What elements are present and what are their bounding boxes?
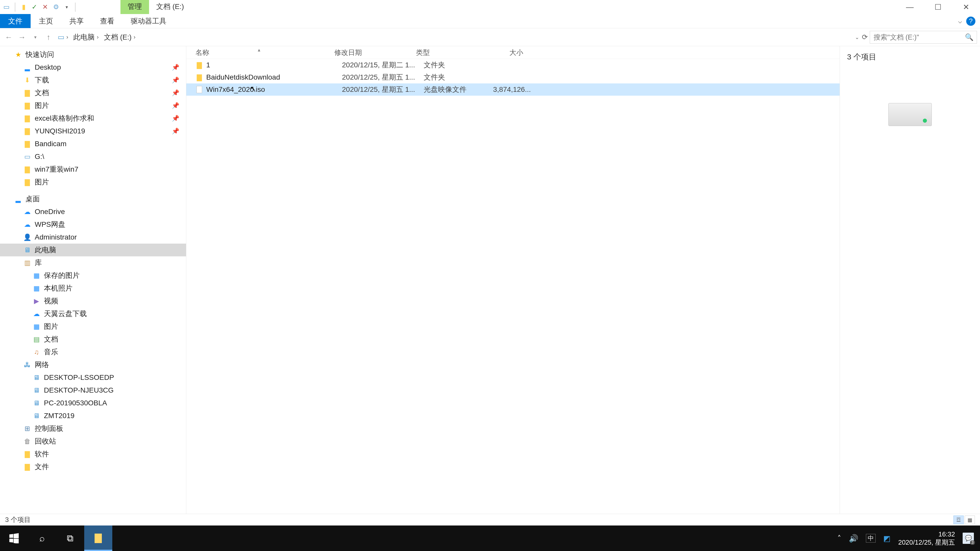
col-header-name[interactable]: 名称 <box>186 48 334 57</box>
nav-lib-item[interactable]: ♫音乐 <box>0 346 186 359</box>
pc-icon: 🖥 <box>33 412 40 420</box>
help-icon[interactable]: ? <box>966 17 975 26</box>
nav-control-panel[interactable]: ⊞控制面板 <box>0 422 186 435</box>
navigation-pane[interactable]: ★快速访问 ▂Desktop📌 ⬇下载📌 ▇文档📌 ▇图片📌 ▇excel表格制… <box>0 46 186 514</box>
nav-lib-item[interactable]: ▶视频 <box>0 295 186 307</box>
nav-qa-item[interactable]: ⬇下载📌 <box>0 74 186 86</box>
tab-share[interactable]: 共享 <box>61 14 92 28</box>
taskbar-explorer[interactable]: ▇ <box>84 526 112 551</box>
nav-libraries[interactable]: ▥库 <box>0 256 186 269</box>
tab-view[interactable]: 查看 <box>92 14 123 28</box>
drive-illustration <box>888 103 932 126</box>
sort-asc-icon[interactable]: ▴ <box>258 47 260 53</box>
start-button[interactable] <box>0 526 28 551</box>
nav-qa-item[interactable]: ▇YUNQISHI2019📌 <box>0 125 186 138</box>
nav-qa-item[interactable]: ▇文档📌 <box>0 86 186 99</box>
nav-quick-access[interactable]: ★快速访问 <box>0 48 186 61</box>
tray-chevron-up-icon[interactable]: ˄ <box>837 534 841 543</box>
view-details-button[interactable]: ☲ <box>953 516 964 524</box>
tab-file[interactable]: 文件 <box>0 14 30 28</box>
chevron-right-icon[interactable]: › <box>132 34 138 41</box>
qat-dropdown-icon[interactable]: ▾ <box>63 3 70 11</box>
nav-onedrive[interactable]: ☁OneDrive <box>0 205 186 218</box>
picture-icon: ▦ <box>33 272 40 279</box>
nav-up-button[interactable]: ↑ <box>43 32 54 43</box>
qat-close-icon[interactable]: ✕ <box>41 3 49 11</box>
nav-lib-item[interactable]: ▦保存的图片 <box>0 269 186 282</box>
chevron-right-icon[interactable]: › <box>95 34 100 41</box>
refresh-icon[interactable]: ⟳ <box>862 33 868 41</box>
recycle-icon: 🗑 <box>24 437 31 445</box>
tab-drive-tools[interactable]: 驱动器工具 <box>123 14 175 28</box>
tray-date: 2020/12/25, 星期五 <box>898 538 955 547</box>
minimize-button[interactable]: — <box>896 0 924 14</box>
ribbon-collapse-icon[interactable]: ⌵ <box>958 17 962 25</box>
qat-check-icon[interactable]: ✓ <box>30 3 38 11</box>
close-button[interactable]: ✕ <box>952 0 980 14</box>
qat-settings-icon[interactable]: ⚙ <box>52 3 60 11</box>
nav-wps[interactable]: ☁WPS网盘 <box>0 218 186 231</box>
file-row-selected[interactable]: Win7x64_2020.iso 2020/12/25, 星期五 1... 光盘… <box>186 83 840 96</box>
notification-button[interactable]: 💬3 <box>963 533 974 544</box>
pin-icon: 📌 <box>172 102 180 109</box>
nav-net-item[interactable]: 🖥DESKTOP-NJEU3CG <box>0 384 186 397</box>
nav-recycle-bin[interactable]: 🗑回收站 <box>0 435 186 448</box>
search-button[interactable]: ⌕ <box>28 526 56 551</box>
notification-badge: 3 <box>970 540 975 545</box>
address-dropdown-icon[interactable]: ⌄ <box>855 34 859 40</box>
document-icon: ▤ <box>33 335 40 343</box>
nav-lib-item[interactable]: ☁天翼云盘下载 <box>0 307 186 320</box>
nav-net-item[interactable]: 🖥ZMT2019 <box>0 410 186 422</box>
breadcrumb-this-pc[interactable]: 此电脑 <box>73 32 95 42</box>
file-row[interactable]: ▇ 1 2020/12/15, 星期二 1... 文件夹 <box>186 59 840 71</box>
search-input[interactable]: 搜索"文档 (E:)" 🔍 <box>870 31 977 44</box>
file-list[interactable]: ▴ 名称 修改日期 类型 大小 ▇ 1 2020/12/15, 星期二 1...… <box>186 46 840 514</box>
nav-qa-item[interactable]: ▭G:\ <box>0 150 186 163</box>
content-area: ▴ 名称 修改日期 类型 大小 ▇ 1 2020/12/15, 星期二 1...… <box>186 46 980 514</box>
col-header-size[interactable]: 大小 <box>485 48 528 57</box>
nav-back-button[interactable]: ← <box>3 32 14 43</box>
nav-desktop[interactable]: ▂桌面 <box>0 192 186 205</box>
col-header-type[interactable]: 类型 <box>416 48 485 57</box>
nav-lib-item[interactable]: ▤文档 <box>0 333 186 346</box>
nav-lib-item[interactable]: ▦图片 <box>0 320 186 333</box>
breadcrumb-current[interactable]: 文档 (E:) <box>104 32 132 42</box>
nav-software[interactable]: ▇软件 <box>0 448 186 460</box>
search-icon[interactable]: 🔍 <box>965 33 974 41</box>
task-view-button[interactable]: ⧉ <box>56 526 84 551</box>
tray-ime[interactable]: 中 <box>866 534 876 543</box>
taskbar[interactable]: ⌕ ⧉ ▇ ˄ 🔊 中 ◩ 16:32 2020/12/25, 星期五 💬3 <box>0 526 980 551</box>
nav-forward-button[interactable]: → <box>16 32 27 43</box>
nav-files[interactable]: ▇文件 <box>0 460 186 473</box>
nav-qa-item[interactable]: ▂Desktop📌 <box>0 61 186 74</box>
context-tab-manage[interactable]: 管理 <box>121 0 149 14</box>
nav-qa-item[interactable]: ▇图片📌 <box>0 99 186 112</box>
file-row[interactable]: ▇ BaiduNetdiskDownload 2020/12/25, 星期五 1… <box>186 71 840 83</box>
maximize-button[interactable]: ☐ <box>924 0 952 14</box>
title-location: 文档 (E:) <box>149 0 191 14</box>
nav-administrator[interactable]: 👤Administrator <box>0 231 186 244</box>
search-placeholder: 搜索"文档 (E:)" <box>873 33 919 42</box>
qat-folder-icon[interactable]: ▮ <box>20 3 27 11</box>
nav-lib-item[interactable]: ▦本机照片 <box>0 282 186 295</box>
pin-icon: 📌 <box>172 89 180 97</box>
drive-icon: ▭ <box>24 153 31 161</box>
nav-net-item[interactable]: 🖥PC-20190530OBLA <box>0 397 186 410</box>
nav-qa-item[interactable]: ▇Bandicam <box>0 138 186 150</box>
nav-qa-item[interactable]: ▇excel表格制作求和📌 <box>0 112 186 125</box>
nav-network[interactable]: 🖧网络 <box>0 359 186 371</box>
address-bar[interactable]: ▭› 此电脑› 文档 (E:)› ⌄ ⟳ <box>56 31 868 44</box>
nav-net-item[interactable]: 🖥DESKTOP-LSSOEDP <box>0 371 186 384</box>
nav-qa-item[interactable]: ▇图片 <box>0 176 186 189</box>
view-icons-button[interactable]: ▦ <box>965 516 975 524</box>
chevron-right-icon[interactable]: › <box>64 34 70 41</box>
nav-qa-item[interactable]: ▇win7重装win7 <box>0 163 186 176</box>
tray-clock[interactable]: 16:32 2020/12/25, 星期五 <box>898 530 955 547</box>
col-header-date[interactable]: 修改日期 <box>334 48 416 57</box>
tab-home[interactable]: 主页 <box>30 14 61 28</box>
tray-volume-icon[interactable]: 🔊 <box>849 534 858 543</box>
nav-recent-dropdown[interactable]: ▾ <box>30 32 41 43</box>
nav-this-pc[interactable]: 🖥此电脑 <box>0 244 186 256</box>
tray-security-icon[interactable]: ◩ <box>883 534 891 543</box>
download-icon: ⬇ <box>24 76 31 84</box>
